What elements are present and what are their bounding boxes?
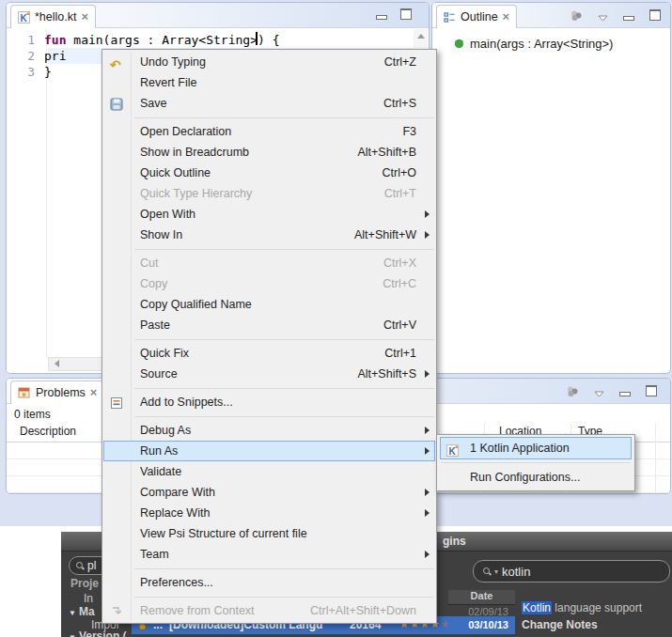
menu-item-remove-from-context: Remove from ContextCtrl+Alt+Shift+Down [103, 600, 435, 621]
menu-item-source[interactable]: SourceAlt+Shift+S [103, 364, 435, 384]
menu-item-label: Paste [140, 315, 170, 335]
column-header-description[interactable]: Description [20, 425, 76, 438]
close-icon[interactable]: × [503, 12, 510, 22]
menu-item-shortcut: Ctrl+T [384, 183, 416, 204]
left-panel-tree-item[interactable]: ▼Ma [69, 605, 95, 618]
code-token: main(args : Array<String>) { [66, 33, 279, 47]
kotlin-file-icon: K [18, 11, 30, 23]
menu-item-validate[interactable]: Validate [103, 461, 435, 482]
minimize-icon[interactable] [376, 15, 387, 20]
code-token: } [44, 65, 52, 79]
view-menu-chevron-icon[interactable] [594, 391, 604, 397]
problems-tab[interactable]: Problems × [10, 381, 104, 404]
menu-item-label: Compare With [140, 482, 215, 503]
menu-item-label: Save [140, 93, 167, 114]
menu-item-label: Add to Snippets... [140, 392, 233, 412]
menu-item-show-in-breadcrumb[interactable]: Show in BreadcrumbAlt+Shift+B [103, 142, 435, 163]
menu-item-quick-outline[interactable]: Quick OutlineCtrl+O [103, 163, 435, 183]
left-search-value: pl [87, 559, 96, 572]
plugins-window-title: gins [443, 535, 466, 548]
svg-text:K: K [449, 446, 457, 457]
menu-item-preferences[interactable]: Preferences... [103, 572, 435, 593]
menu-item-copy-qualified-name[interactable]: Copy Qualified Name [103, 294, 435, 315]
menu-item-compare-with[interactable]: Compare With [103, 482, 435, 503]
code-token: pri [44, 49, 66, 63]
problems-item-count: 0 items [14, 408, 51, 421]
outline-item-label: main(args : Array<String>) [470, 37, 613, 51]
menu-item-add-to-snippets[interactable]: Add to Snippets... [103, 392, 435, 412]
menu-separator [134, 597, 434, 598]
view-filter-icon[interactable] [566, 385, 579, 397]
code-line: 1fun main(args : Array<String>) { [7, 32, 429, 48]
menu-item-1-kotlin-application[interactable]: K1 Kotlin Application [440, 437, 632, 459]
menu-item-label: View Psi Structure of current file [140, 523, 307, 544]
line-number: 1 [7, 32, 44, 48]
view-filter-icon[interactable] [570, 9, 583, 22]
plugin-details-title: Kotlin language support [522, 601, 642, 614]
outline-icon [444, 11, 456, 23]
scroll-up-icon[interactable] [417, 34, 425, 39]
menu-item-show-in[interactable]: Show InAlt+Shift+W [103, 225, 435, 245]
submenu-arrow-icon [425, 447, 430, 455]
menu-separator [134, 568, 434, 569]
menu-item-run-as[interactable]: Run As [103, 441, 435, 461]
star-icon: ★ [441, 618, 451, 629]
menu-item-paste[interactable]: PasteCtrl+V [103, 315, 435, 335]
date-column-header[interactable]: Date [448, 590, 515, 605]
menu-item-label: Show in Breadcrumb [140, 142, 249, 163]
maximize-icon[interactable] [400, 8, 412, 20]
menu-item-label: Replace With [140, 503, 210, 523]
menu-item-label: Debug As [140, 420, 191, 441]
kotlin-file-icon: K [446, 442, 461, 456]
menu-item-debug-as[interactable]: Debug As [103, 420, 435, 441]
menu-item-open-declaration[interactable]: Open DeclarationF3 [103, 121, 435, 142]
code-text: } [44, 64, 52, 80]
menu-item-label: Show In [140, 225, 182, 245]
menu-item-shortcut: Alt+Shift+B [357, 142, 416, 163]
menu-item-team[interactable]: Team [103, 544, 435, 565]
plugins-search-value: kotlin [502, 565, 530, 579]
run-as-submenu: K1 Kotlin ApplicationRun Configurations.… [436, 434, 635, 491]
outline-item-main[interactable]: main(args : Array<String>) [455, 37, 613, 51]
remove-context-icon [110, 604, 124, 618]
menu-item-run-configurations[interactable]: Run Configurations... [440, 466, 632, 489]
scroll-left-icon[interactable] [55, 360, 59, 367]
menu-item-shortcut: Ctrl+X [383, 253, 416, 273]
plugins-search-field[interactable]: ▾ kotlin [473, 560, 670, 583]
editor-context-menu: ↶Undo TypingCtrl+ZRevert FileSaveCtrl+SO… [102, 49, 437, 624]
menu-item-save[interactable]: SaveCtrl+S [103, 93, 435, 114]
menu-item-shortcut: Alt+Shift+W [354, 225, 416, 245]
editor-header: K *hello.kt × [7, 3, 429, 28]
menu-item-quick-fix[interactable]: Quick FixCtrl+1 [103, 343, 435, 364]
menu-item-label: Remove from Context [140, 600, 255, 621]
editor-tab-hello-kt[interactable]: K *hello.kt × [10, 5, 96, 28]
menu-item-view-psi-structure-of-current-file[interactable]: View Psi Structure of current file [103, 523, 435, 544]
code-token: fun [44, 33, 66, 47]
problems-tab-label: Problems [36, 386, 86, 399]
menu-item-shortcut: Ctrl+S [383, 93, 416, 114]
outline-tab[interactable]: Outline × [436, 5, 517, 28]
menu-item-label: Open With [140, 204, 195, 225]
menu-item-label: Undo Typing [140, 52, 206, 72]
menu-item-replace-with[interactable]: Replace With [103, 503, 435, 523]
menu-item-label: Quick Outline [140, 163, 211, 183]
menu-item-label: Team [140, 544, 169, 565]
menu-item-open-with[interactable]: Open With [103, 204, 435, 225]
close-icon[interactable]: × [90, 388, 98, 397]
code-text: fun main(args : Array<String>) { [44, 32, 279, 48]
menu-separator [441, 462, 631, 463]
view-menu-chevron-icon[interactable] [598, 15, 608, 22]
minimize-icon[interactable] [623, 16, 634, 21]
outline-header: Outline × [432, 3, 670, 28]
maximize-icon[interactable] [649, 9, 661, 21]
close-icon[interactable]: × [81, 12, 88, 22]
collapse-arrow-icon: ▼ [69, 609, 76, 617]
maximize-icon[interactable] [646, 385, 657, 396]
menu-item-revert-file[interactable]: Revert File [103, 72, 435, 93]
menu-item-label: Quick Type Hierarchy [140, 183, 252, 204]
menu-item-label: Copy [140, 273, 167, 294]
left-panel-tree-item[interactable]: ▼Version ( [69, 629, 127, 637]
minimize-icon[interactable] [619, 392, 631, 396]
outline-view: Outline × main(args : Array<String>) [431, 2, 671, 374]
menu-item-undo-typing[interactable]: ↶Undo TypingCtrl+Z [103, 52, 435, 72]
